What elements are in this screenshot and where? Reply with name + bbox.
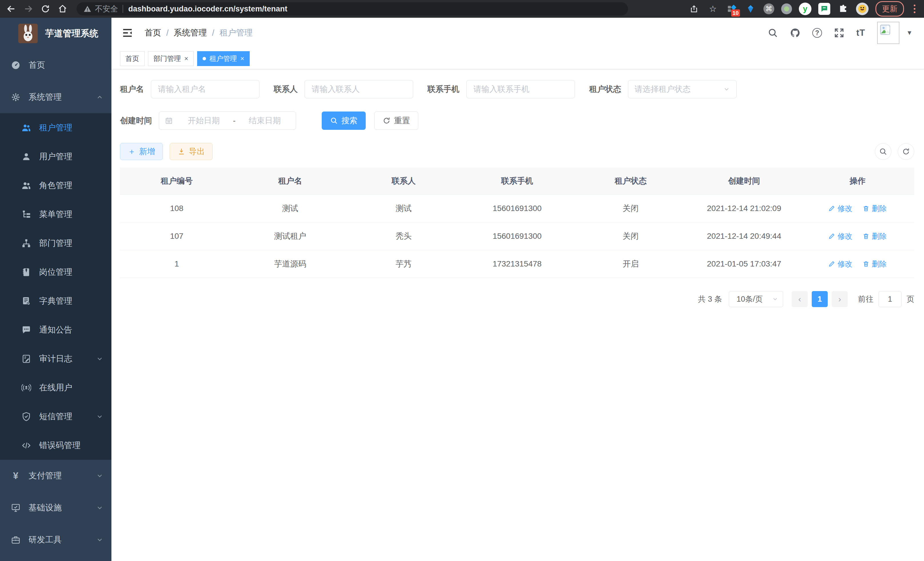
- cell-mobile: 17321315478: [460, 259, 574, 268]
- refresh-button[interactable]: [898, 143, 914, 160]
- delete-label: 删除: [872, 204, 886, 214]
- date-range-picker[interactable]: 开始日期 - 结束日期: [159, 111, 296, 130]
- sidebar-item-notice[interactable]: 通知公告: [0, 315, 111, 344]
- contact-input[interactable]: [304, 80, 413, 98]
- date-start-placeholder[interactable]: 开始日期: [178, 115, 229, 126]
- goto-label: 前往: [858, 294, 873, 304]
- sidebar-item-role[interactable]: 角色管理: [0, 171, 111, 200]
- sidebar-item-error-code[interactable]: 错误码管理: [0, 431, 111, 460]
- extension-yudao-icon[interactable]: y: [799, 3, 812, 15]
- sidebar-item-label: 支付管理: [28, 470, 96, 481]
- edit-link[interactable]: 修改: [828, 204, 852, 214]
- app-frame: 芋道管理系统 首页 系统管理: [0, 18, 924, 561]
- date-end-placeholder[interactable]: 结束日期: [240, 115, 290, 126]
- extension-emoji-icon[interactable]: [856, 3, 868, 15]
- org-chart-icon: [21, 238, 32, 248]
- tag-home[interactable]: 首页: [120, 51, 145, 66]
- bookmark-star-button[interactable]: ☆: [707, 3, 719, 15]
- sidebar-item-payment[interactable]: ¥ 支付管理: [0, 460, 111, 492]
- system-submenu: 租户管理 用户管理 角色管理: [0, 113, 111, 460]
- extension-command-icon[interactable]: ⌘: [764, 3, 774, 14]
- sidebar-item-post[interactable]: 岗位管理: [0, 258, 111, 287]
- prev-page-button[interactable]: ‹: [792, 291, 808, 307]
- cell-contact: 秃头: [347, 231, 460, 242]
- chevron-down-icon: [96, 472, 104, 480]
- url-text[interactable]: dashboard.yudao.iocoder.cn/system/tenant: [128, 5, 287, 14]
- share-button[interactable]: [688, 3, 700, 15]
- avatar[interactable]: [877, 22, 899, 44]
- goto-page-input[interactable]: [879, 291, 902, 307]
- browser-forward-button[interactable]: [22, 2, 35, 15]
- fullscreen-icon[interactable]: [834, 28, 844, 38]
- add-button[interactable]: ＋ 新增: [120, 143, 163, 160]
- extensions-puzzle-button[interactable]: [837, 3, 849, 15]
- font-size-icon[interactable]: tT: [856, 28, 865, 38]
- extension-chat-icon[interactable]: [818, 3, 830, 15]
- sidebar-item-label: 用户管理: [39, 151, 104, 162]
- help-icon[interactable]: ?: [812, 28, 822, 38]
- sidebar-item-user[interactable]: 用户管理: [0, 142, 111, 171]
- sidebar-fold-button[interactable]: [122, 27, 133, 39]
- tag-tenant-active[interactable]: 租户管理 ×: [197, 51, 250, 66]
- reset-button[interactable]: 重置: [374, 111, 418, 130]
- browser-home-button[interactable]: [56, 2, 69, 15]
- avatar-caret-icon[interactable]: ▼: [906, 29, 913, 37]
- edit-link[interactable]: 修改: [828, 259, 852, 269]
- chrome-update-button[interactable]: 更新: [875, 1, 904, 17]
- extension-clipboard-icon[interactable]: 10: [726, 3, 738, 15]
- extension-dot-icon[interactable]: [781, 3, 792, 14]
- insecure-warning-icon[interactable]: [83, 5, 92, 13]
- close-icon[interactable]: ×: [240, 55, 244, 62]
- close-icon[interactable]: ×: [184, 55, 188, 62]
- cell-actions: 修改 删除: [801, 204, 914, 214]
- sidebar-item-label: 系统管理: [28, 92, 96, 103]
- status-select[interactable]: 请选择租户状态: [628, 80, 736, 98]
- sidebar-item-tenant[interactable]: 租户管理: [0, 113, 111, 142]
- search-button[interactable]: 搜索: [322, 111, 366, 130]
- page-1-button[interactable]: 1: [812, 291, 828, 307]
- next-page-button[interactable]: ›: [832, 291, 848, 307]
- sidebar-item-infrastructure[interactable]: 基础设施: [0, 492, 111, 524]
- tag-dept[interactable]: 部门管理 ×: [148, 51, 194, 66]
- cell-contact: 测试: [347, 203, 460, 214]
- tenant-name-input[interactable]: [151, 80, 260, 98]
- sidebar-item-home[interactable]: 首页: [0, 49, 111, 81]
- sidebar-logo[interactable]: 芋道管理系统: [0, 18, 111, 49]
- sidebar-item-dict[interactable]: 字典管理: [0, 287, 111, 315]
- sidebar-item-dept[interactable]: 部门管理: [0, 229, 111, 258]
- chevron-down-icon: [723, 86, 730, 93]
- breadcrumb-home[interactable]: 首页: [145, 27, 161, 39]
- audit-log-icon: [21, 354, 32, 364]
- tag-label: 首页: [125, 54, 139, 63]
- extension-gem-icon[interactable]: [745, 3, 757, 15]
- delete-link[interactable]: 删除: [862, 231, 886, 241]
- cell-actions: 修改 删除: [801, 259, 914, 269]
- address-bar[interactable]: 不安全 dashboard.yudao.iocoder.cn/system/te…: [76, 2, 628, 15]
- sidebar-item-audit-log[interactable]: 审计日志: [0, 344, 111, 373]
- browser-back-button[interactable]: [4, 2, 18, 15]
- sidebar-item-online-users[interactable]: 在线用户: [0, 373, 111, 402]
- sidebar-item-menu[interactable]: 菜单管理: [0, 200, 111, 229]
- edit-link[interactable]: 修改: [828, 231, 852, 241]
- sidebar-item-dev-tools[interactable]: 研发工具: [0, 524, 111, 556]
- delete-link[interactable]: 删除: [862, 204, 886, 214]
- sidebar-item-system[interactable]: 系统管理: [0, 81, 111, 113]
- security-label[interactable]: 不安全: [95, 4, 118, 14]
- breadcrumb-system[interactable]: 系统管理: [174, 27, 207, 39]
- export-button[interactable]: 导出: [170, 143, 213, 160]
- user-icon: [21, 152, 32, 162]
- browser-menu-button[interactable]: [911, 3, 918, 14]
- screen: 不安全 dashboard.yudao.iocoder.cn/system/te…: [0, 0, 924, 561]
- mobile-input[interactable]: [466, 80, 575, 98]
- github-icon[interactable]: [790, 28, 800, 38]
- sidebar-item-sms[interactable]: 短信管理: [0, 402, 111, 431]
- users-icon: [21, 123, 32, 133]
- delete-link[interactable]: 删除: [862, 259, 886, 269]
- navbar-actions: ? tT ▼: [768, 22, 913, 44]
- browser-reload-button[interactable]: [39, 2, 52, 15]
- page-size-select[interactable]: 10条/页: [729, 291, 783, 307]
- cell-mobile: 15601691300: [460, 232, 574, 241]
- header-search-button[interactable]: [768, 28, 778, 38]
- broken-image-icon: [879, 23, 891, 36]
- hide-search-button[interactable]: [875, 143, 891, 160]
